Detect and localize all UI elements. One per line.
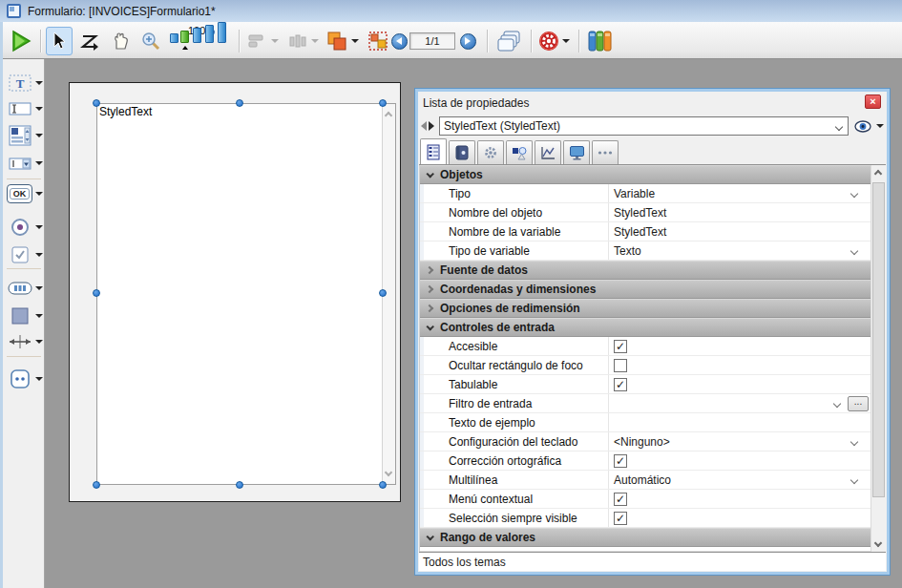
chevron-down-icon — [850, 476, 858, 484]
zoom-bar-50[interactable] — [170, 33, 178, 43]
section-redimension[interactable]: Opciones de redimensión — [420, 299, 871, 318]
zoom-bar-200[interactable] — [193, 28, 201, 43]
ortografica-checkbox[interactable]: ✓ — [614, 454, 627, 468]
section-rango-de-valores[interactable]: Rango de valores — [420, 528, 871, 547]
tab-events[interactable] — [535, 140, 561, 164]
button-grid-tool[interactable] — [7, 277, 45, 300]
check-box-tool-caret[interactable] — [35, 253, 43, 257]
properties-dropdown-caret[interactable] — [562, 39, 570, 43]
scroll-down-icon[interactable] — [385, 469, 392, 476]
button-tool[interactable]: OK — [7, 182, 45, 205]
section-fuente-de-datos[interactable]: Fuente de datos — [420, 261, 871, 280]
section-objetos[interactable]: Objetos — [420, 165, 871, 184]
selection-handle-ne[interactable] — [379, 99, 387, 107]
previous-object-icon[interactable] — [421, 121, 427, 131]
section-controles-de-entrada[interactable]: Controles de entrada — [420, 318, 871, 337]
tab-all-properties[interactable] — [420, 138, 447, 164]
explorer-button[interactable] — [584, 27, 615, 55]
button-tool-caret[interactable] — [35, 192, 43, 196]
styled-text-object[interactable]: StyledText — [96, 103, 396, 485]
view-options-caret[interactable] — [876, 124, 884, 128]
scroll-down-icon[interactable] — [874, 539, 882, 547]
form-properties-button[interactable] — [536, 27, 571, 55]
tab-display[interactable] — [563, 140, 590, 164]
scrollbar-thumb[interactable] — [872, 182, 885, 497]
selection-handle-e[interactable] — [379, 289, 387, 297]
pointer-tool-button[interactable] — [46, 27, 73, 55]
accesible-checkbox[interactable]: ✓ — [614, 340, 627, 353]
plugin-area-tool-caret[interactable] — [35, 377, 43, 381]
property-row: Ocultar rectángulo de foco — [420, 356, 871, 375]
zoom-marker-icon — [182, 46, 188, 50]
rectangle-tool-caret[interactable] — [35, 314, 43, 318]
combo-box-tool-caret[interactable] — [35, 161, 43, 165]
selection-handle-w[interactable] — [93, 289, 100, 297]
form-canvas[interactable]: StyledText — [69, 82, 401, 502]
rectangle-tool[interactable] — [7, 304, 45, 327]
selection-handle-nw[interactable] — [93, 99, 100, 107]
panel-header[interactable]: Lista de propiedades × — [419, 93, 886, 114]
nombre-objeto-value[interactable]: StyledText — [608, 203, 871, 221]
radio-button-tool[interactable] — [7, 216, 45, 239]
property-label: Menú contextual — [420, 493, 608, 506]
tipo-value-dropdown[interactable]: Variable — [608, 184, 871, 202]
levels-dropdown-caret[interactable] — [351, 39, 359, 43]
next-page-button[interactable] — [458, 27, 477, 55]
property-list: Objetos Tipo Variable Nombre del objeto … — [419, 165, 886, 552]
previous-page-button[interactable] — [389, 27, 409, 55]
zoom-bar-400[interactable] — [205, 25, 214, 43]
seleccion-visible-checkbox[interactable]: ✓ — [614, 512, 627, 525]
check-box-tool[interactable] — [7, 243, 45, 266]
entry-order-button[interactable] — [76, 27, 103, 55]
text-tool[interactable]: T — [7, 72, 45, 94]
ocultar-foco-checkbox[interactable] — [614, 359, 627, 372]
panel-scrollbar[interactable] — [871, 165, 886, 552]
filtro-more-button[interactable]: ... — [848, 396, 869, 411]
plugin-area-tool[interactable] — [7, 368, 45, 390]
text-tool-caret[interactable] — [35, 81, 43, 85]
selection-handle-sw[interactable] — [93, 481, 100, 489]
button-grid-tool-caret[interactable] — [35, 286, 43, 290]
move-level-button[interactable] — [323, 27, 361, 55]
property-label: Selección siempre visible — [420, 512, 608, 525]
radio-button-tool-caret[interactable] — [35, 225, 43, 229]
zoom-bar-800[interactable] — [218, 22, 226, 43]
scroll-up-icon[interactable] — [385, 112, 392, 119]
section-coordenadas[interactable]: Coordenadas y dimensiones — [420, 280, 871, 299]
scroll-up-icon[interactable] — [874, 170, 882, 178]
book-icon — [454, 145, 470, 160]
run-form-button[interactable] — [8, 27, 34, 55]
theme-tabs — [419, 138, 886, 165]
teclado-value-dropdown[interactable]: <Ninguno> — [608, 432, 871, 451]
nombre-variable-value[interactable]: StyledText — [608, 222, 871, 241]
close-button[interactable]: × — [865, 94, 881, 109]
next-object-icon[interactable] — [429, 121, 434, 131]
tab-objects[interactable] — [449, 140, 475, 164]
tab-shapes[interactable] — [506, 140, 533, 164]
selection-handle-s[interactable] — [236, 481, 243, 489]
tab-appearance[interactable] — [477, 140, 504, 164]
tab-more[interactable] — [592, 140, 619, 164]
tabulable-checkbox[interactable]: ✓ — [614, 378, 627, 391]
zoom-tool-button[interactable] — [137, 27, 164, 55]
list-box-tool-caret[interactable] — [35, 134, 43, 137]
menu-contextual-checkbox[interactable]: ✓ — [614, 493, 627, 506]
multilinea-value-dropdown[interactable]: Automático — [608, 471, 871, 489]
splitter-tool[interactable] — [7, 330, 45, 353]
zoom-bar-100-current[interactable] — [180, 31, 189, 43]
input-tool-caret[interactable] — [35, 107, 43, 111]
splitter-tool-caret[interactable] — [35, 340, 43, 344]
view-options-button[interactable] — [854, 120, 884, 133]
selection-handle-se[interactable] — [379, 481, 387, 489]
selection-handle-n[interactable] — [236, 99, 243, 107]
form-pages-button[interactable] — [494, 27, 525, 55]
texto-ejemplo-value[interactable] — [608, 413, 871, 431]
tipo-variable-value-dropdown[interactable]: Texto — [608, 242, 871, 260]
list-box-tool[interactable] — [7, 124, 45, 147]
panel-status-bar: Todos los temas — [419, 552, 886, 571]
object-selector-combo[interactable]: StyledText (StyledText) — [439, 116, 849, 136]
move-hand-button[interactable] — [107, 27, 134, 55]
input-tool[interactable] — [7, 97, 45, 120]
combo-box-tool[interactable] — [7, 152, 45, 175]
filtro-entrada-value-dropdown[interactable]: ... — [608, 394, 871, 412]
